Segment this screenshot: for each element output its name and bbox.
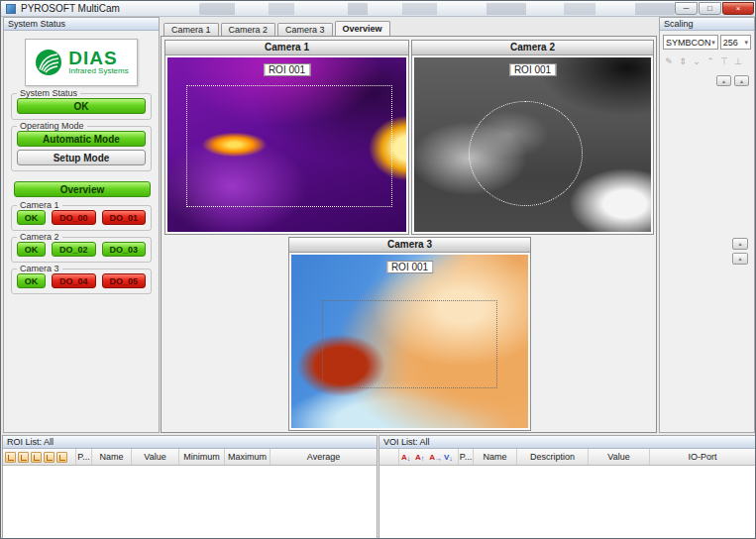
levels-select[interactable]: 256 ▾ <box>720 35 751 50</box>
camera2-thermal-image[interactable]: ROI 001 <box>414 57 651 232</box>
camera2-view-title: Camera 2 <box>412 41 653 55</box>
roi-table-header: P... Name Value Minimum Maximum Average <box>3 449 377 466</box>
view-tabs: Camera 1 Camera 2 Camera 3 Overview <box>163 23 390 37</box>
camera1-group-label: Camera 1 <box>17 200 62 210</box>
camera1-thermal-image[interactable]: ROI 001 <box>167 57 406 232</box>
voi-list-panel: VOI List: All A↓ A↑ A→ V↓ P... Name Desc… <box>378 435 756 538</box>
camera2-roi-circle <box>469 101 583 206</box>
scaling-panel-header: Scaling <box>660 18 754 31</box>
system-status-group: System Status OK <box>11 93 152 120</box>
camera3-status-group: Camera 3 OK DO_04 DO_05 <box>11 269 152 294</box>
chevron-down-icon: ▾ <box>744 39 748 47</box>
dias-logo-icon <box>34 48 63 77</box>
scale-down-button[interactable]: ▴ <box>734 75 749 86</box>
camera1-view-panel: Camera 1 ROI 001 <box>164 40 409 235</box>
voi-column-value[interactable]: Value <box>589 449 650 465</box>
roi-export-icon[interactable] <box>56 452 67 463</box>
camera1-do01-button[interactable]: DO_01 <box>102 210 146 225</box>
tab-camera1[interactable]: Camera 1 <box>163 23 219 36</box>
titlebar: PYROSOFT MultiCam ─ □ × <box>1 1 756 17</box>
camera3-group-label: Camera 3 <box>17 264 62 273</box>
camera1-roi-rectangle <box>186 85 391 207</box>
close-button[interactable]: × <box>722 2 754 15</box>
minimize-button[interactable]: ─ <box>675 2 698 15</box>
camera2-view-panel: Camera 2 ROI 001 <box>411 40 654 235</box>
camera2-group-label: Camera 2 <box>17 232 62 242</box>
roi-show-all-icon[interactable] <box>5 452 16 463</box>
edit-palette-icon[interactable]: ✎ <box>664 56 674 67</box>
palette-select[interactable]: SYMBCON ▾ <box>663 35 718 50</box>
voi-column-name[interactable]: Name <box>474 449 517 465</box>
roi-list-panel: ROI List: All P... Name Value Minimum Ma… <box>2 435 378 538</box>
camera3-view-panel: Camera 3 ROI 001 <box>288 237 531 431</box>
camera3-thermal-image[interactable]: ROI 001 <box>291 255 528 428</box>
dias-logo-subtitle: Infrared Systems <box>68 66 128 75</box>
upper-limit-icon[interactable]: ⊤ <box>719 56 729 67</box>
window-title: PYROSOFT MultiCam <box>21 3 120 14</box>
camera2-do02-button[interactable]: DO_02 <box>52 242 95 257</box>
roi-table-body[interactable] <box>3 466 377 539</box>
camera1-roi-label: ROI 001 <box>264 63 310 76</box>
sort-value-down-icon[interactable]: V↓ <box>444 451 456 463</box>
palette-select-value: SYMBCON <box>666 38 711 48</box>
tab-overview[interactable]: Overview <box>335 21 390 36</box>
voi-table-header: A↓ A↑ A→ V↓ P... Name Description Value … <box>379 449 755 466</box>
roi-column-minimum[interactable]: Minimum <box>179 449 225 465</box>
roi-column-value[interactable]: Value <box>132 449 179 465</box>
range-max-icon[interactable]: ⌃ <box>705 56 715 67</box>
camera1-ok-button[interactable]: OK <box>17 210 46 225</box>
roi-column-name[interactable]: Name <box>92 449 132 465</box>
maximize-button[interactable]: □ <box>699 2 721 15</box>
camera1-do00-button[interactable]: DO_00 <box>52 210 95 225</box>
auto-range-icon[interactable]: ⇕ <box>678 56 688 67</box>
voi-column-p[interactable]: P... <box>459 449 474 465</box>
dias-logo: DIAS Infrared Systems <box>25 39 138 86</box>
setup-mode-button[interactable]: Setup Mode <box>17 150 146 165</box>
camera3-do05-button[interactable]: DO_05 <box>102 273 146 288</box>
app-icon <box>6 4 16 14</box>
camera2-roi-label: ROI 001 <box>509 63 556 76</box>
desktop-ghost-icons <box>199 3 675 15</box>
roi-column-average[interactable]: Average <box>270 449 377 465</box>
automatic-mode-button[interactable]: Automatic Mode <box>17 131 146 147</box>
roi-sort-down-icon[interactable] <box>44 452 54 463</box>
sort-az-down-icon[interactable]: A↓ <box>401 451 413 463</box>
voi-list-header: VOI List: All <box>379 436 755 449</box>
camera3-ok-button[interactable]: OK <box>17 273 46 288</box>
lower-limit-icon[interactable]: ⊥ <box>733 56 743 67</box>
camera3-view-title: Camera 3 <box>289 238 530 253</box>
sort-az-up-icon[interactable]: A↑ <box>415 451 427 463</box>
camera1-status-group: Camera 1 OK DO_00 DO_01 <box>11 205 152 231</box>
operating-mode-group: Operating Mode Automatic Mode Setup Mode <box>11 126 152 171</box>
camera3-do04-button[interactable]: DO_04 <box>52 273 95 288</box>
levels-select-value: 256 <box>723 38 738 48</box>
tab-camera3[interactable]: Camera 3 <box>277 23 333 36</box>
chevron-down-icon: ▾ <box>711 39 715 47</box>
camera2-ok-button[interactable]: OK <box>17 242 46 257</box>
roi-hide-all-icon[interactable] <box>18 452 29 463</box>
voi-table-body[interactable] <box>379 466 755 539</box>
scaling-panel: Scaling SYMBCON ▾ 256 ▾ ✎ ⇕ ⌄ ⌃ ⊤ ⊥ ▴ ▴ … <box>659 17 755 433</box>
app-window: PYROSOFT MultiCam ─ □ × System Status DI… <box>0 0 756 539</box>
system-status-group-label: System Status <box>17 88 80 98</box>
range-spin-down-button[interactable]: ▴ <box>732 253 748 265</box>
dias-logo-name: DIAS <box>68 50 128 66</box>
overview-button[interactable]: Overview <box>14 181 151 197</box>
range-min-icon[interactable]: ⌄ <box>692 56 702 67</box>
camera2-do03-button[interactable]: DO_03 <box>102 242 146 257</box>
tab-camera2[interactable]: Camera 2 <box>221 23 276 36</box>
voi-column-ioport[interactable]: IO-Port <box>650 449 755 465</box>
range-spin-up-button[interactable]: ▴ <box>732 238 748 250</box>
roi-column-p[interactable]: P... <box>76 449 92 465</box>
roi-sort-up-icon[interactable] <box>31 452 42 463</box>
scaling-toolbar: ✎ ⇕ ⌄ ⌃ ⊤ ⊥ <box>664 56 750 67</box>
scale-up-button[interactable]: ▴ <box>716 75 731 86</box>
system-status-ok-button[interactable]: OK <box>17 98 146 114</box>
roi-column-maximum[interactable]: Maximum <box>225 449 270 465</box>
voi-column-description[interactable]: Description <box>517 449 589 465</box>
camera3-roi-label: ROI 001 <box>386 261 433 273</box>
sort-az-right-icon[interactable]: A→ <box>429 451 442 463</box>
system-status-panel: System Status DIAS Infrared Systems Syst… <box>3 17 160 433</box>
operating-mode-group-label: Operating Mode <box>17 121 87 131</box>
overview-tab-content: Camera 1 ROI 001 Camera 2 ROI 001 Camera… <box>161 36 657 433</box>
